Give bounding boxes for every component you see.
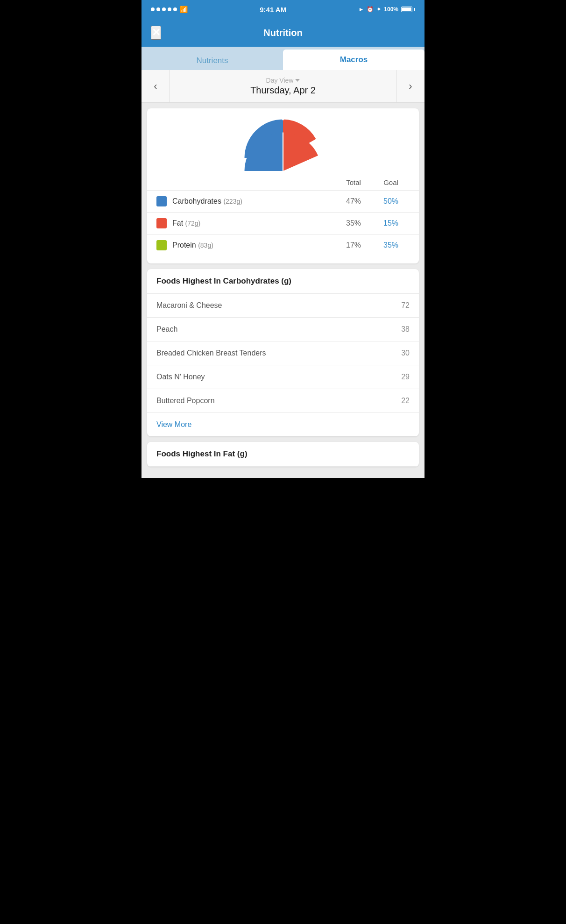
carbs-total: 47%: [335, 197, 372, 206]
protein-name: Protein (83g): [172, 241, 335, 249]
pie-chart-visual: [147, 121, 419, 177]
main-content: Total Goal Carbohydrates (223g) 47% 50% …: [142, 103, 424, 478]
food-row: Buttered Popcorn 22: [147, 389, 419, 413]
tab-nutrients[interactable]: Nutrients: [142, 51, 283, 70]
view-more-link[interactable]: View More: [156, 420, 191, 429]
battery-pct: 100%: [384, 6, 398, 13]
food-value: 22: [401, 397, 410, 405]
battery-icon: [401, 7, 415, 12]
bluetooth-icon: ✦: [376, 6, 381, 13]
food-row: Oats N' Honey 29: [147, 365, 419, 389]
tab-macros[interactable]: Macros: [283, 50, 424, 70]
foods-fat-header: Foods Highest In Fat (g): [147, 442, 419, 467]
food-value: 30: [401, 349, 410, 357]
food-name: Buttered Popcorn: [156, 397, 215, 405]
wifi-icon: 📶: [180, 6, 188, 13]
alarm-icon: ⏰: [367, 6, 374, 13]
carbs-color: [156, 196, 167, 206]
food-name: Macaroni & Cheese: [156, 301, 222, 310]
fat-total: 35%: [335, 219, 372, 227]
pie-svg: [241, 129, 325, 171]
status-left: 📶: [151, 6, 188, 13]
status-right: ► ⏰ ✦ 100%: [358, 6, 415, 13]
foods-fat-card: Foods Highest In Fat (g): [147, 442, 419, 467]
macros-card: Total Goal Carbohydrates (223g) 47% 50% …: [147, 108, 419, 263]
protein-total: 17%: [335, 241, 372, 249]
food-name: Oats N' Honey: [156, 373, 205, 381]
day-center: Day View Thursday, Apr 2: [170, 70, 396, 102]
view-more-row: View More: [147, 413, 419, 436]
fat-grams: (72g): [185, 220, 201, 227]
macro-row-fat: Fat (72g) 35% 15%: [147, 212, 419, 234]
dropdown-triangle-icon: [295, 79, 300, 82]
macro-row-protein: Protein (83g) 17% 35%: [147, 234, 419, 256]
fat-name: Fat (72g): [172, 219, 335, 227]
day-selector: ‹ Day View Thursday, Apr 2 ›: [142, 70, 424, 103]
food-row: Macaroni & Cheese 72: [147, 294, 419, 318]
food-row: Breaded Chicken Breast Tenders 30: [147, 341, 419, 365]
total-header: Total: [335, 178, 372, 186]
food-value: 72: [401, 301, 410, 310]
prev-day-button[interactable]: ‹: [142, 70, 170, 102]
protein-color: [156, 240, 167, 250]
status-time: 9:41 AM: [260, 6, 286, 14]
foods-carbs-header: Foods Highest In Carbohydrates (g): [147, 269, 419, 294]
carbs-name: Carbohydrates (223g): [172, 197, 335, 206]
location-icon: ►: [358, 6, 364, 13]
status-bar: 📶 9:41 AM ► ⏰ ✦ 100%: [142, 0, 424, 19]
close-button[interactable]: ✕: [151, 26, 161, 40]
protein-goal: 35%: [372, 241, 410, 249]
food-value: 38: [401, 325, 410, 334]
signal-dots: [151, 7, 177, 11]
protein-grams: (83g): [198, 242, 213, 249]
day-date: Thursday, Apr 2: [250, 85, 316, 96]
carbs-grams: (223g): [223, 198, 242, 205]
tab-bar: Nutrients Macros: [142, 47, 424, 70]
food-value: 29: [401, 373, 410, 381]
macro-row-carbs: Carbohydrates (223g) 47% 50%: [147, 190, 419, 212]
phone-frame: 📶 9:41 AM ► ⏰ ✦ 100% ✕ Nutrition Nutrien…: [142, 0, 424, 478]
food-name: Breaded Chicken Breast Tenders: [156, 349, 266, 357]
goal-header: Goal: [372, 178, 410, 186]
nav-title: Nutrition: [263, 28, 302, 38]
next-day-button[interactable]: ›: [396, 70, 424, 102]
nav-bar: ✕ Nutrition: [142, 19, 424, 47]
food-name: Peach: [156, 325, 177, 334]
food-row: Peach 38: [147, 318, 419, 341]
foods-carbs-card: Foods Highest In Carbohydrates (g) Macar…: [147, 269, 419, 436]
fat-color: [156, 218, 167, 228]
macro-table-header: Total Goal: [147, 177, 419, 190]
carbs-goal: 50%: [372, 197, 410, 206]
day-view-label[interactable]: Day View: [266, 77, 300, 84]
fat-goal: 15%: [372, 219, 410, 227]
